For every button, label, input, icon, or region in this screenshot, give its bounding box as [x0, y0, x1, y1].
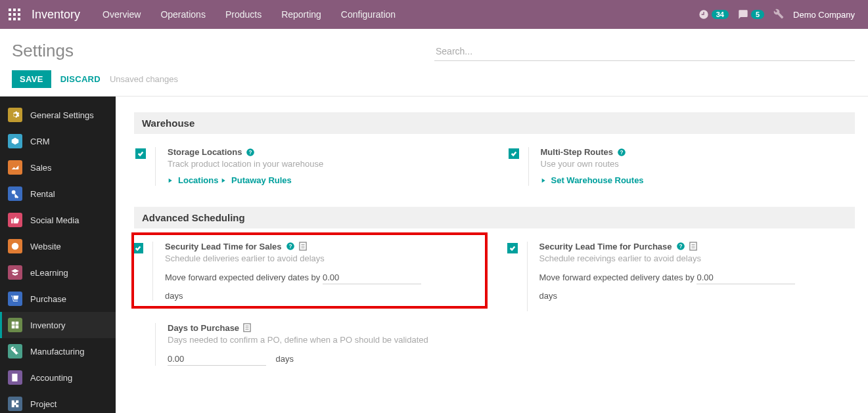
action-bar: SAVE DISCARD Unsaved changes	[0, 68, 868, 96]
setting-title-label: Days to Purchase	[168, 323, 239, 333]
sidebar-item-purchase[interactable]: Purchase	[0, 286, 116, 312]
globe-icon	[11, 242, 20, 251]
help-icon[interactable]: ?	[286, 242, 295, 251]
page-title: Settings	[12, 41, 74, 61]
sidebar-item-label: Rental	[30, 189, 55, 199]
svg-rect-3	[9, 13, 11, 16]
menu-products[interactable]: Products	[217, 0, 269, 29]
sidebar-item-label: Purchase	[30, 294, 66, 304]
sidebar-item-crm[interactable]: CRM	[0, 128, 116, 154]
sidebar-item-inventory[interactable]: Inventory	[0, 312, 116, 338]
sidebar-item-label: Website	[30, 242, 61, 251]
svg-text:?: ?	[249, 149, 252, 155]
svg-text:?: ?	[679, 244, 682, 250]
sidebar-item-social-media[interactable]: Social Media	[0, 207, 116, 233]
doc-icon[interactable]	[299, 242, 307, 251]
svg-rect-0	[9, 9, 11, 11]
link-label: Set Warehouse Routes	[551, 175, 644, 185]
company-selector[interactable]: Demo Company	[793, 10, 855, 20]
days-to-purchase-row: Days to Purchase Days needed to confirm …	[135, 323, 855, 366]
checkbox-security-lead-time-sales[interactable]	[133, 243, 143, 253]
messages-count: 5	[751, 10, 764, 19]
settings-sidebar: General Settings CRM Sales Rental Social…	[0, 97, 116, 413]
body: General Settings CRM Sales Rental Social…	[0, 96, 868, 413]
help-icon[interactable]: ?	[617, 148, 626, 157]
svg-rect-8	[18, 18, 20, 20]
setting-security-lead-time-purchase: Security Lead Time for Purchase ? Schedu…	[507, 242, 856, 311]
setting-security-lead-time-sales: Security Lead Time for Sales ? Schedule …	[133, 234, 486, 307]
link-set-warehouse-routes[interactable]: Set Warehouse Routes	[541, 175, 644, 185]
boxes-icon	[11, 320, 20, 330]
checkbox-security-lead-time-purchase[interactable]	[507, 243, 518, 253]
debug-icon[interactable]	[773, 9, 784, 21]
link-putaway-rules[interactable]: Putaway Rules	[221, 175, 292, 185]
sidebar-item-label: Manufacturing	[30, 347, 84, 357]
discard-button[interactable]: DISCARD	[60, 74, 101, 84]
link-label: Locations	[178, 175, 218, 185]
svg-rect-5	[18, 13, 20, 16]
purchase-lead-time-input[interactable]	[697, 271, 795, 284]
sidebar-item-project[interactable]: Project	[0, 391, 116, 413]
menu-reporting[interactable]: Reporting	[273, 0, 329, 29]
settings-content: Warehouse Storage Locations ? Track prod…	[116, 97, 868, 413]
field-label: Move forward expected delivery dates by	[165, 272, 320, 282]
sidebar-item-website[interactable]: Website	[0, 233, 116, 259]
svg-rect-6	[9, 18, 11, 20]
svg-rect-7	[13, 18, 16, 20]
activity-count: 34	[712, 10, 729, 19]
control-bar: Settings	[0, 29, 868, 68]
checkbox-storage-locations[interactable]	[135, 148, 146, 159]
activity-indicator[interactable]: 34	[698, 9, 729, 20]
unsaved-status: Unsaved changes	[110, 74, 178, 84]
section-warehouse: Warehouse	[134, 112, 855, 134]
arrow-right-icon	[541, 177, 547, 184]
sales-lead-time-input[interactable]	[323, 271, 421, 284]
svg-rect-2	[18, 9, 20, 11]
sidebar-item-elearning[interactable]: eLearning	[0, 259, 116, 286]
arrow-right-icon	[168, 177, 174, 184]
topbar-right: 34 5 Demo Company	[698, 9, 868, 21]
help-icon[interactable]: ?	[676, 242, 685, 251]
messages-indicator[interactable]: 5	[738, 9, 764, 20]
setting-days-to-purchase: Days to Purchase Days needed to confirm …	[135, 323, 482, 366]
sidebar-item-label: Accounting	[30, 373, 72, 383]
setting-title-label: Security Lead Time for Purchase	[539, 242, 672, 251]
warehouse-row: Storage Locations ? Track product locati…	[135, 147, 855, 186]
sidebar-item-label: Inventory	[30, 320, 65, 330]
book-icon	[11, 373, 20, 382]
checkbox-multi-step-routes[interactable]	[509, 148, 519, 159]
field-label: Move forward expected delivery dates by	[539, 272, 695, 282]
setting-title-label: Security Lead Time for Sales	[165, 242, 282, 251]
sidebar-item-sales[interactable]: Sales	[0, 154, 116, 181]
svg-point-10	[12, 243, 19, 250]
chart-icon	[11, 163, 20, 172]
sidebar-item-manufacturing[interactable]: Manufacturing	[0, 338, 116, 364]
setting-multi-step-routes: Multi-Step Routes ? Use your own routes …	[509, 147, 856, 186]
menu-configuration[interactable]: Configuration	[333, 0, 403, 29]
sidebar-item-label: Social Media	[30, 215, 79, 225]
menu-operations[interactable]: Operations	[152, 0, 213, 29]
doc-icon[interactable]	[243, 323, 251, 332]
unit-label: days	[275, 354, 293, 364]
link-locations[interactable]: Locations	[168, 175, 218, 185]
sidebar-item-label: Sales	[30, 163, 52, 173]
svg-rect-1	[13, 9, 16, 11]
save-button[interactable]: SAVE	[12, 70, 51, 88]
help-icon[interactable]: ?	[246, 148, 255, 157]
top-menu: Overview Operations Products Reporting C…	[95, 0, 403, 29]
apps-icon[interactable]	[0, 9, 29, 20]
arrow-right-icon	[221, 177, 227, 184]
thumbs-up-icon	[11, 215, 20, 225]
sidebar-item-accounting[interactable]: Accounting	[0, 364, 116, 391]
search-input[interactable]	[434, 42, 855, 61]
app-name[interactable]: Inventory	[29, 8, 95, 22]
section-advanced-scheduling: Advanced Scheduling	[134, 207, 855, 228]
days-to-purchase-input[interactable]	[168, 353, 266, 366]
menu-overview[interactable]: Overview	[95, 0, 148, 29]
sidebar-item-rental[interactable]: Rental	[0, 181, 116, 207]
doc-icon[interactable]	[689, 242, 697, 251]
setting-desc: Schedule deliveries earlier to avoid del…	[165, 253, 481, 263]
sidebar-item-general-settings[interactable]: General Settings	[0, 102, 116, 128]
unit-label: days	[165, 291, 481, 301]
unit-label: days	[539, 291, 856, 301]
